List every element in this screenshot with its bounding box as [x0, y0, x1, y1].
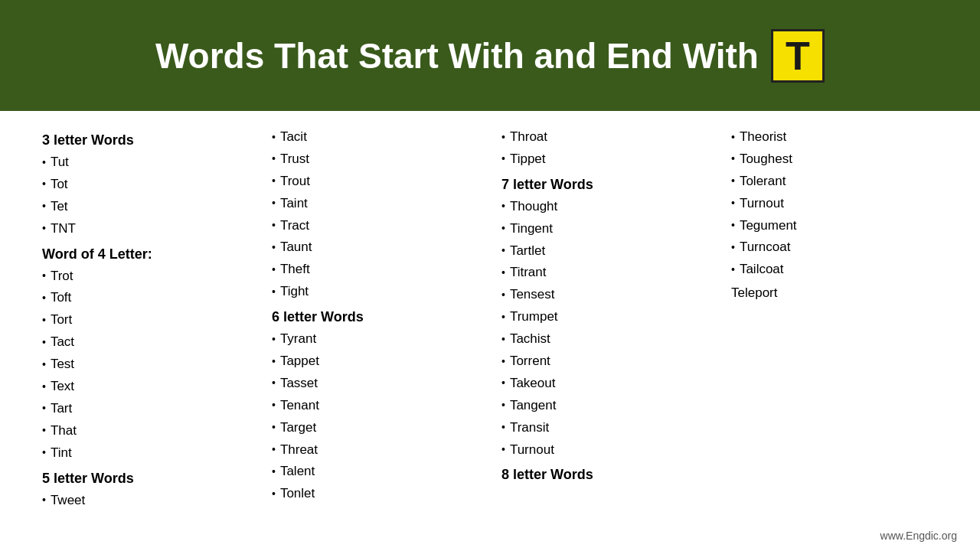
- list-item: Tailcoat: [731, 259, 946, 281]
- section-heading: 6 letter Words: [272, 309, 486, 325]
- section-heading: 7 letter Words: [501, 177, 716, 193]
- list-item: Thought: [501, 196, 716, 218]
- word-list: TheoristToughestTolerantTurnoutTegumentT…: [731, 126, 946, 281]
- list-item: Text: [42, 376, 256, 398]
- list-item: Theorist: [731, 126, 946, 148]
- word-list: TacitTrustTroutTaintTractTauntTheftTight: [272, 126, 486, 303]
- list-item: Tippet: [501, 148, 716, 171]
- column-0: 3 letter WordsTutTotTetTNTWord of 4 Lett…: [38, 126, 260, 511]
- section-heading: Word of 4 Letter:: [42, 246, 256, 262]
- list-item: Test: [42, 354, 256, 376]
- section-heading: 5 letter Words: [42, 471, 256, 487]
- section-heading: 8 letter Words: [501, 467, 716, 483]
- word-list: TutTotTetTNT: [42, 152, 256, 240]
- footer: www.Engdic.org: [0, 527, 980, 546]
- word-list: ThoughtTingentTartletTitrantTensestTrump…: [501, 196, 716, 461]
- list-item: Tract: [272, 215, 486, 237]
- list-item: That: [42, 420, 256, 442]
- footer-url: www.Engdic.org: [880, 530, 957, 542]
- header-title-text: Words That Start With and End With: [155, 35, 759, 77]
- list-item: Tacit: [272, 126, 486, 148]
- list-item: Trumpet: [501, 306, 716, 328]
- list-item: Theft: [272, 259, 486, 281]
- list-item: Toft: [42, 287, 256, 309]
- list-item: Tegument: [731, 215, 946, 237]
- column-1: TacitTrustTroutTaintTractTauntTheftTight…: [268, 126, 490, 511]
- list-item: TNT: [42, 218, 256, 240]
- column-2: ThroatTippet7 letter WordsThoughtTingent…: [498, 126, 720, 511]
- list-item: Toughest: [731, 148, 946, 171]
- word-list: TrotToftTortTactTestTextTartThatTint: [42, 266, 256, 465]
- list-item: Tyrant: [272, 328, 486, 350]
- list-item: Talent: [272, 461, 486, 483]
- list-item: Takeout: [501, 373, 716, 395]
- word-list: Tweet: [42, 490, 256, 512]
- list-item: Taint: [272, 193, 486, 215]
- list-item: Tot: [42, 174, 256, 196]
- list-item: Tasset: [272, 373, 486, 395]
- t-badge: T: [771, 29, 825, 83]
- header-title: Words That Start With and End With T: [155, 29, 825, 83]
- list-item: Tonlet: [272, 483, 486, 505]
- list-item: Torrent: [501, 350, 716, 373]
- list-item: Turnout: [501, 439, 716, 461]
- plain-word: Teleport: [731, 282, 946, 305]
- list-item: Taunt: [272, 236, 486, 259]
- list-item: Tenant: [272, 395, 486, 417]
- list-item: Tart: [42, 398, 256, 420]
- list-item: Tet: [42, 196, 256, 218]
- list-item: Tight: [272, 281, 486, 303]
- list-item: Tint: [42, 442, 256, 465]
- content-area: 3 letter WordsTutTotTetTNTWord of 4 Lett…: [0, 111, 980, 527]
- list-item: Titrant: [501, 262, 716, 284]
- list-item: Target: [272, 417, 486, 439]
- header: Words That Start With and End With T: [0, 0, 980, 111]
- list-item: Tut: [42, 152, 256, 174]
- section-heading: 3 letter Words: [42, 132, 256, 148]
- list-item: Tangent: [501, 395, 716, 417]
- list-item: Transit: [501, 417, 716, 439]
- list-item: Turncoat: [731, 236, 946, 259]
- word-list: ThroatTippet: [501, 126, 716, 171]
- list-item: Tappet: [272, 350, 486, 373]
- list-item: Threat: [272, 439, 486, 461]
- list-item: Tingent: [501, 218, 716, 240]
- list-item: Throat: [501, 126, 716, 148]
- list-item: Trust: [272, 148, 486, 171]
- list-item: Tensest: [501, 284, 716, 306]
- list-item: Tact: [42, 331, 256, 354]
- list-item: Tort: [42, 309, 256, 331]
- list-item: Tartlet: [501, 240, 716, 262]
- list-item: Trot: [42, 266, 256, 288]
- list-item: Tweet: [42, 490, 256, 512]
- list-item: Trout: [272, 171, 486, 193]
- list-item: Tolerant: [731, 171, 946, 193]
- column-3: TheoristToughestTolerantTurnoutTegumentT…: [727, 126, 949, 511]
- list-item: Turnout: [731, 193, 946, 215]
- word-list: TyrantTappetTassetTenantTargetThreatTale…: [272, 328, 486, 505]
- list-item: Tachist: [501, 328, 716, 350]
